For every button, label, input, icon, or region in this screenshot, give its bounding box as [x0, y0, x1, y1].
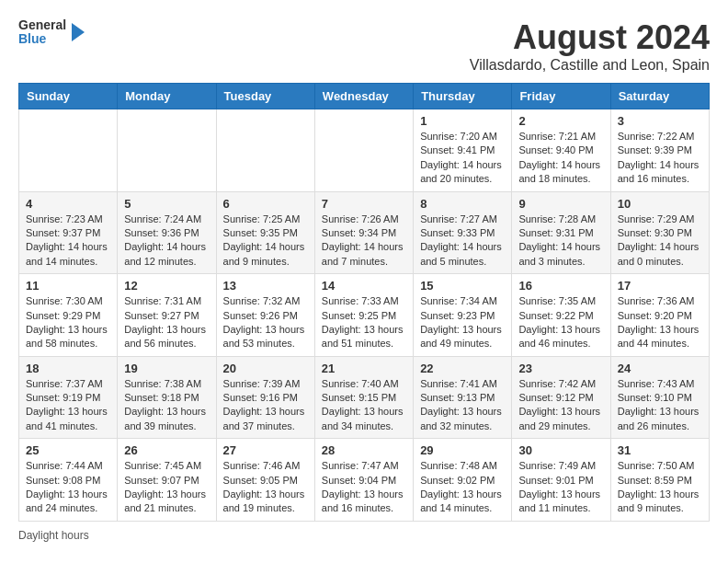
- sunset: Sunset: 9:16 PM: [223, 392, 298, 403]
- logo-blue: Blue: [18, 32, 66, 46]
- page-subtitle: Villasdardo, Castille and Leon, Spain: [470, 57, 710, 74]
- calendar-cell: 2Sunrise: 7:21 AMSunset: 9:40 PMDaylight…: [512, 109, 610, 192]
- day-number: 4: [26, 197, 110, 211]
- sunset: Sunset: 9:22 PM: [518, 310, 593, 321]
- sunrise: Sunrise: 7:30 AM: [26, 295, 103, 306]
- day-number: 28: [322, 443, 406, 457]
- day-info: Sunrise: 7:22 AMSunset: 9:39 PMDaylight:…: [618, 130, 702, 187]
- day-number: 22: [420, 362, 505, 375]
- sunrise: Sunrise: 7:33 AM: [322, 295, 399, 306]
- calendar-weekday-header: Friday: [512, 84, 610, 109]
- day-number: 11: [26, 279, 110, 293]
- daylight: Daylight: 13 hours and 37 minutes.: [223, 406, 305, 431]
- day-info: Sunrise: 7:34 AMSunset: 9:23 PMDaylight:…: [420, 294, 505, 351]
- calendar-cell: [118, 109, 216, 192]
- sunrise: Sunrise: 7:32 AM: [223, 295, 301, 306]
- sunrise: Sunrise: 7:43 AM: [618, 378, 695, 389]
- sunset: Sunset: 9:13 PM: [420, 392, 495, 403]
- calendar-cell: 17Sunrise: 7:36 AMSunset: 9:20 PMDayligh…: [610, 274, 709, 357]
- sunset: Sunset: 9:10 PM: [618, 392, 692, 403]
- sunrise: Sunrise: 7:39 AM: [223, 378, 301, 389]
- day-number: 6: [223, 197, 308, 211]
- day-info: Sunrise: 7:26 AMSunset: 9:34 PMDaylight:…: [322, 213, 406, 270]
- day-info: Sunrise: 7:39 AMSunset: 9:16 PMDaylight:…: [223, 377, 308, 434]
- sunrise: Sunrise: 7:31 AM: [124, 295, 201, 306]
- day-number: 21: [322, 362, 406, 375]
- sunrise: Sunrise: 7:21 AM: [518, 131, 596, 142]
- day-info: Sunrise: 7:31 AMSunset: 9:27 PMDaylight:…: [124, 294, 209, 351]
- day-info: Sunrise: 7:28 AMSunset: 9:31 PMDaylight:…: [518, 213, 603, 270]
- daylight: Daylight: 13 hours and 51 minutes.: [322, 324, 404, 349]
- calendar-cell: 14Sunrise: 7:33 AMSunset: 9:25 PMDayligh…: [314, 274, 413, 357]
- calendar-weekday-header: Tuesday: [216, 84, 314, 109]
- calendar-cell: 21Sunrise: 7:40 AMSunset: 9:15 PMDayligh…: [314, 356, 413, 439]
- day-info: Sunrise: 7:43 AMSunset: 9:10 PMDaylight:…: [618, 377, 702, 434]
- day-number: 23: [518, 362, 603, 375]
- daylight: Daylight: 14 hours and 16 minutes.: [618, 159, 700, 184]
- day-number: 18: [26, 362, 110, 375]
- day-number: 24: [618, 362, 702, 375]
- daylight: Daylight: 14 hours and 7 minutes.: [322, 241, 404, 266]
- daylight: Daylight: 14 hours and 12 minutes.: [124, 241, 206, 266]
- sunset: Sunset: 9:31 PM: [518, 227, 593, 238]
- calendar-cell: 25Sunrise: 7:44 AMSunset: 9:08 PMDayligh…: [19, 439, 118, 522]
- logo-general: General: [18, 18, 66, 32]
- day-number: 20: [223, 362, 308, 375]
- daylight: Daylight: 13 hours and 21 minutes.: [124, 488, 206, 513]
- daylight: Daylight: 13 hours and 19 minutes.: [223, 488, 305, 513]
- sunrise: Sunrise: 7:24 AM: [124, 213, 201, 224]
- calendar-cell: 15Sunrise: 7:34 AMSunset: 9:23 PMDayligh…: [414, 274, 512, 357]
- logo-arrow-icon: [72, 23, 85, 41]
- daylight: Daylight: 13 hours and 49 minutes.: [420, 324, 502, 349]
- sunrise: Sunrise: 7:26 AM: [322, 213, 399, 224]
- day-number: 8: [420, 197, 505, 211]
- calendar-cell: 1Sunrise: 7:20 AMSunset: 9:41 PMDaylight…: [414, 109, 512, 192]
- day-info: Sunrise: 7:35 AMSunset: 9:22 PMDaylight:…: [518, 294, 603, 351]
- calendar-cell: 30Sunrise: 7:49 AMSunset: 9:01 PMDayligh…: [512, 439, 610, 522]
- daylight: Daylight: 13 hours and 32 minutes.: [420, 406, 502, 431]
- calendar-weekday-header: Thursday: [414, 84, 512, 109]
- day-info: Sunrise: 7:38 AMSunset: 9:18 PMDaylight:…: [124, 377, 209, 434]
- daylight: Daylight: 14 hours and 3 minutes.: [518, 241, 600, 266]
- calendar-cell: 24Sunrise: 7:43 AMSunset: 9:10 PMDayligh…: [610, 356, 709, 439]
- calendar-cell: 7Sunrise: 7:26 AMSunset: 9:34 PMDaylight…: [314, 191, 413, 274]
- calendar-cell: [19, 109, 118, 192]
- calendar-cell: 31Sunrise: 7:50 AMSunset: 8:59 PMDayligh…: [610, 439, 709, 522]
- sunset: Sunset: 9:23 PM: [420, 310, 495, 321]
- day-number: 30: [518, 443, 603, 457]
- sunrise: Sunrise: 7:37 AM: [26, 378, 103, 389]
- calendar-cell: 13Sunrise: 7:32 AMSunset: 9:26 PMDayligh…: [216, 274, 314, 357]
- calendar-cell: 3Sunrise: 7:22 AMSunset: 9:39 PMDaylight…: [610, 109, 709, 192]
- sunrise: Sunrise: 7:20 AM: [420, 131, 497, 142]
- calendar-cell: 27Sunrise: 7:46 AMSunset: 9:05 PMDayligh…: [216, 439, 314, 522]
- daylight: Daylight: 13 hours and 41 minutes.: [26, 406, 108, 431]
- daylight: Daylight: 13 hours and 9 minutes.: [618, 488, 700, 513]
- calendar-weekday-header: Saturday: [610, 84, 709, 109]
- daylight: Daylight: 13 hours and 26 minutes.: [618, 406, 700, 431]
- calendar-cell: 12Sunrise: 7:31 AMSunset: 9:27 PMDayligh…: [118, 274, 216, 357]
- sunset: Sunset: 9:36 PM: [124, 227, 199, 238]
- sunrise: Sunrise: 7:45 AM: [124, 460, 201, 471]
- day-number: 1: [420, 114, 505, 128]
- sunset: Sunset: 9:15 PM: [322, 392, 396, 403]
- calendar-cell: 18Sunrise: 7:37 AMSunset: 9:19 PMDayligh…: [19, 356, 118, 439]
- daylight: Daylight: 13 hours and 39 minutes.: [124, 406, 206, 431]
- sunset: Sunset: 9:25 PM: [322, 310, 396, 321]
- daylight: Daylight: 13 hours and 24 minutes.: [26, 488, 108, 513]
- sunrise: Sunrise: 7:27 AM: [420, 213, 497, 224]
- day-info: Sunrise: 7:46 AMSunset: 9:05 PMDaylight:…: [223, 459, 308, 516]
- sunset: Sunset: 9:40 PM: [518, 144, 593, 155]
- day-info: Sunrise: 7:32 AMSunset: 9:26 PMDaylight:…: [223, 294, 308, 351]
- sunrise: Sunrise: 7:34 AM: [420, 295, 497, 306]
- footer: Daylight hours: [18, 529, 710, 542]
- day-info: Sunrise: 7:36 AMSunset: 9:20 PMDaylight:…: [618, 294, 702, 351]
- sunrise: Sunrise: 7:50 AM: [618, 460, 695, 471]
- logo-text: General Blue: [18, 18, 66, 47]
- sunset: Sunset: 9:30 PM: [618, 227, 692, 238]
- daylight: Daylight: 13 hours and 53 minutes.: [223, 324, 305, 349]
- day-info: Sunrise: 7:49 AMSunset: 9:01 PMDaylight:…: [518, 459, 603, 516]
- daylight-label: Daylight hours: [18, 529, 89, 542]
- day-number: 19: [124, 362, 209, 375]
- sunrise: Sunrise: 7:42 AM: [518, 378, 596, 389]
- calendar-cell: 26Sunrise: 7:45 AMSunset: 9:07 PMDayligh…: [118, 439, 216, 522]
